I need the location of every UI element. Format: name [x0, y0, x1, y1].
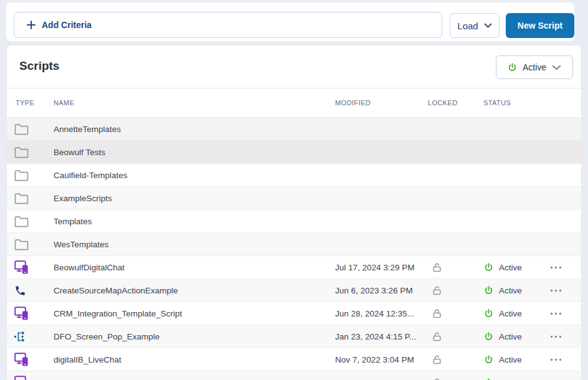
digital-script-icon	[14, 260, 31, 274]
table-header: TYPE NAME MODIFIED LOCKED STATUS	[7, 88, 581, 118]
status-label: Active	[499, 378, 522, 380]
power-icon	[484, 355, 493, 364]
add-criteria-label: Add Criteria	[42, 20, 92, 30]
status-label: Active	[499, 355, 522, 364]
power-icon	[484, 286, 493, 295]
script-name: CRM_Integration_Template_Script	[54, 309, 335, 318]
dfo-script-icon	[14, 331, 27, 342]
column-header-status[interactable]: STATUS	[483, 99, 543, 107]
digital-script-icon	[14, 306, 31, 320]
table-row[interactable]: ExampleScripts	[7, 187, 581, 210]
status-label: Active	[499, 309, 522, 318]
status-label: Active	[499, 332, 522, 341]
table-row[interactable]: digitalScript Jan 3, 2024 2:01 PM Active	[7, 371, 581, 380]
new-script-label: New Script	[518, 21, 562, 31]
table-row[interactable]: Templates	[7, 210, 581, 233]
panel-header: Scripts Active	[7, 45, 581, 88]
lock-open-icon	[432, 262, 442, 273]
folder-icon	[14, 239, 29, 250]
table-row[interactable]: CRM_Integration_Template_Script Jun 28, …	[7, 302, 581, 325]
row-menu-button[interactable]	[548, 331, 564, 342]
modified-date: Nov 7, 2022 3:04 PM	[335, 355, 428, 364]
folder-icon	[14, 216, 29, 227]
row-menu-button[interactable]	[548, 285, 564, 296]
modified-date: Jun 6, 2023 3:26 PM	[335, 286, 428, 295]
folder-icon	[14, 123, 29, 135]
table-row[interactable]: BeowulfDigitalChat Jul 17, 2024 3:29 PM …	[7, 256, 581, 279]
modified-date: Jan 23, 2024 4:15 P...	[335, 332, 428, 341]
row-menu-button[interactable]	[548, 308, 564, 319]
lock-open-icon	[432, 354, 442, 365]
table-row[interactable]: CreateSourceMapActionExample Jun 6, 2023…	[7, 279, 581, 302]
table-row[interactable]: AnnetteTemplates	[7, 118, 581, 141]
modified-date: Jan 3, 2024 2:01 PM	[335, 378, 428, 380]
power-icon	[508, 63, 517, 72]
digital-script-icon	[14, 376, 31, 380]
plus-icon	[27, 21, 36, 29]
table-row[interactable]: WesTemplates	[7, 233, 581, 256]
status-filter-value: Active	[523, 62, 546, 72]
script-name: Beowulf Tests	[54, 148, 335, 157]
status-label: Active	[499, 286, 522, 295]
lock-open-icon	[432, 378, 442, 380]
new-script-button[interactable]: New Script	[506, 13, 574, 38]
column-header-type[interactable]: TYPE	[7, 99, 54, 107]
column-header-name[interactable]: NAME	[54, 99, 335, 107]
column-header-locked[interactable]: LOCKED	[428, 99, 483, 107]
script-name: BeowulfDigitalChat	[54, 263, 335, 272]
script-name: CreateSourceMapActionExample	[54, 286, 335, 295]
table-row[interactable]: Beowulf Tests	[7, 141, 581, 164]
scripts-panel: Scripts Active TYPE NAME MODIFIED LOCKED…	[6, 45, 582, 380]
page-title: Scripts	[19, 59, 59, 73]
lock-open-icon	[432, 285, 442, 296]
add-criteria-button[interactable]: Add Criteria	[14, 12, 442, 38]
row-menu-button[interactable]	[548, 262, 564, 273]
row-menu-button[interactable]	[548, 354, 564, 365]
column-header-modified[interactable]: MODIFIED	[335, 99, 428, 107]
power-icon	[484, 332, 493, 341]
script-name: Templates	[54, 217, 335, 226]
load-label: Load	[457, 21, 478, 31]
toolbar: Add Criteria Load New Script	[6, 2, 574, 41]
table-row[interactable]: DFO_Screen_Pop_Example Jan 23, 2024 4:15…	[7, 325, 581, 348]
script-name: ExampleScripts	[54, 194, 335, 203]
table-body: AnnetteTemplates Beowulf Tests Caulfield…	[7, 118, 581, 380]
lock-closed-icon	[432, 308, 442, 319]
power-icon	[484, 378, 493, 380]
folder-icon	[14, 192, 29, 204]
row-menu-button[interactable]	[548, 378, 564, 380]
status-filter-dropdown[interactable]: Active	[496, 55, 573, 79]
power-icon	[484, 263, 493, 272]
modified-date: Jul 17, 2024 3:29 PM	[335, 263, 428, 272]
script-name: digitalIB_LiveChat	[54, 355, 335, 364]
power-icon	[484, 309, 493, 318]
script-name: digitalScript	[54, 378, 335, 380]
table-row[interactable]: digitalIB_LiveChat Nov 7, 2022 3:04 PM A…	[7, 348, 581, 371]
folder-icon	[14, 146, 29, 158]
script-name: DFO_Screen_Pop_Example	[54, 332, 335, 341]
digital-script-icon	[14, 353, 31, 366]
folder-icon	[14, 169, 29, 181]
modified-date: Jun 28, 2024 12:35...	[335, 309, 428, 318]
chevron-down-icon	[484, 23, 492, 28]
script-name: AnnetteTemplates	[54, 125, 335, 134]
chevron-down-icon	[552, 65, 561, 70]
load-button[interactable]: Load	[450, 13, 500, 38]
table-row[interactable]: Caulfield-Templates	[7, 164, 581, 187]
script-name: Caulfield-Templates	[54, 171, 335, 180]
phone-script-icon	[14, 285, 26, 297]
script-name: WesTemplates	[54, 240, 335, 249]
status-label: Active	[499, 263, 522, 272]
lock-open-icon	[432, 331, 442, 342]
